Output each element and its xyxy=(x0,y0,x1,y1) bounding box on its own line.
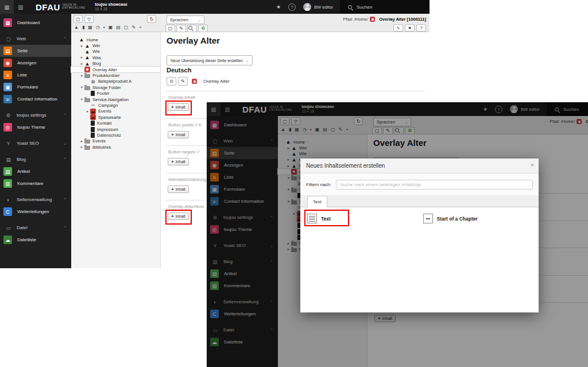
drag-new-folder-icon[interactable]: ▤ xyxy=(116,25,121,30)
search-icon[interactable] xyxy=(187,25,197,32)
drag-new-external-icon[interactable]: ▢ xyxy=(124,25,129,30)
tree-node[interactable]: ▸ ▲ Blog xyxy=(71,61,160,67)
close-icon[interactable]: × xyxy=(531,162,534,168)
add-content-button[interactable]: + Inhalt xyxy=(168,186,189,193)
add-content-button[interactable]: + Inhalt xyxy=(168,103,189,111)
tree-node[interactable]: Impressum xyxy=(71,126,160,132)
drag-more-icon[interactable]: + xyxy=(139,25,142,30)
bookmark-star-icon[interactable]: ★ xyxy=(276,4,281,10)
sidebar-item[interactable]: ▤ Seite xyxy=(0,45,71,57)
content-element-option[interactable]: Text xyxy=(307,211,423,226)
tree-node[interactable]: Kontakt xyxy=(71,120,160,126)
sidebar-item[interactable]: ☁ Dateiliste xyxy=(0,234,71,246)
tree-node[interactable]: ▸ Bibliothek xyxy=(71,144,160,150)
page-action-buttons: ▢✎♻ xyxy=(165,25,208,32)
drag-new-shortcut-icon[interactable]: ✎ xyxy=(131,25,136,30)
drag-new-page-alt-icon[interactable]: ▮ xyxy=(82,25,84,30)
sidebar-item[interactable]: ▭ Datei ⌃ xyxy=(0,222,71,234)
tree-node[interactable]: ▾ Storage Folder xyxy=(71,84,160,90)
sidebar-item[interactable]: ≡ Liste xyxy=(0,69,71,81)
modulemenu-toggle-icon[interactable]: ▦ xyxy=(0,0,14,14)
tree-node[interactable]: Datenschutz xyxy=(71,132,160,138)
sidebar-item[interactable]: ▥ Kommentare xyxy=(0,177,71,190)
tree-node[interactable]: ▸ Events xyxy=(71,109,160,114)
sidebar-item[interactable]: ▣ Formulare xyxy=(0,81,71,93)
sidebar-item[interactable]: ☏ Contact Information xyxy=(0,93,71,105)
tree-node[interactable]: ⊕ Beispielprodukt A xyxy=(71,79,160,84)
screenshot-canvas: ▦ ▥ DFAU IDEEN IN ENTWICKLUNG toujou sho… xyxy=(0,0,588,367)
expand-toggle-icon[interactable]: ▾ xyxy=(79,97,84,102)
new-page-icon[interactable]: ▢ xyxy=(74,15,83,23)
expand-toggle-icon[interactable]: ▾ xyxy=(79,74,84,78)
filter-icon[interactable]: ▽ xyxy=(84,15,94,23)
bookmark-icon[interactable]: ★ xyxy=(405,24,415,32)
tree-node[interactable]: ∞ Campaign xyxy=(71,102,160,108)
sidebar-item[interactable]: ◎ toujou Theme xyxy=(0,121,71,133)
tree-node[interactable]: Speisekarte xyxy=(71,114,160,120)
new-translation-button[interactable]: Neue Übersetzung dieser Seite erstellen … xyxy=(167,55,253,65)
content-element-option[interactable]: Start of a Chapter xyxy=(423,211,539,226)
sidebar-item[interactable]: ▤ Artikel xyxy=(0,165,71,177)
language-select[interactable]: Sprachen ⌄ xyxy=(167,16,204,24)
page-type-icon: ▲ xyxy=(84,49,90,55)
global-search[interactable]: Suchen xyxy=(340,0,430,14)
tree-node[interactable]: Overlay Alter xyxy=(71,67,160,72)
add-content-button[interactable]: + Inhalt xyxy=(168,158,189,165)
tree-node[interactable]: Footer xyxy=(71,91,160,96)
username[interactable]: BW editor xyxy=(314,5,333,10)
drag-new-media-icon[interactable]: ▣ xyxy=(109,25,113,30)
expand-toggle-icon[interactable]: ▸ xyxy=(79,145,84,149)
view-webpage-icon[interactable]: ϟ xyxy=(393,24,403,32)
tree-node[interactable]: ▾ Service-Navigation xyxy=(71,96,160,102)
drag-new-spacer-icon[interactable]: ▪ xyxy=(103,25,105,30)
tree-node[interactable]: ▲ Home xyxy=(71,37,160,43)
expand-toggle-icon[interactable]: ▸ xyxy=(79,44,84,48)
sidebar-item-label: Blog xyxy=(17,157,26,162)
expand-toggle-icon[interactable]: ▸ xyxy=(79,61,84,66)
list-icon: ≡ xyxy=(3,71,12,79)
sidebar-item[interactable]: ▢ Web ⌃ xyxy=(0,33,71,45)
plus-icon: + xyxy=(171,159,174,164)
brand-name: DFAU xyxy=(36,2,60,12)
tree-node[interactable]: ▸ ▲ Wer xyxy=(71,43,160,48)
new-record-icon[interactable]: ▢ xyxy=(165,25,175,32)
drag-new-page-icon[interactable]: ▲ xyxy=(74,25,79,30)
expand-toggle-icon[interactable]: ▾ xyxy=(79,85,84,90)
expand-toggle-icon[interactable]: ▸ xyxy=(85,109,90,114)
edit-page-icon[interactable]: ✎ xyxy=(178,77,188,86)
sidebar-item[interactable]: ▤ Blog ⌃ xyxy=(0,153,71,165)
drag-new-grid-icon[interactable]: ▦ xyxy=(88,25,92,30)
site-name: toujou showcase xyxy=(95,2,127,7)
edit-page-icon[interactable]: ✎ xyxy=(176,25,186,32)
sidebar-item[interactable]: C Weiterleitungen xyxy=(0,206,71,218)
avatar[interactable] xyxy=(303,3,311,11)
expand-toggle-icon[interactable]: ▸ xyxy=(79,55,84,60)
tree-node[interactable]: ▲ Wie xyxy=(71,49,160,55)
refresh-icon[interactable]: ↻ xyxy=(147,15,156,23)
expand-toggle-icon[interactable]: ▸ xyxy=(79,139,84,144)
navigation-toggle-icon[interactable]: ▥ xyxy=(14,0,28,14)
sidebar-item[interactable]: ◉ Anzeigen xyxy=(0,57,71,69)
clear-cache-icon[interactable]: ♻ xyxy=(198,25,208,32)
path-page: Overlay Alter [1000111] xyxy=(379,17,426,22)
tab-text[interactable]: Text xyxy=(307,196,327,207)
sidebar-item[interactable]: ▦ Dashboard xyxy=(0,17,71,29)
filter-input[interactable] xyxy=(336,180,533,190)
tree-node[interactable]: ▸ ▲ Was xyxy=(71,55,160,60)
help-icon[interactable]: ? xyxy=(416,24,426,32)
sidebar-item[interactable]: Y Yoast SEO ⌄ xyxy=(0,137,71,149)
section-label: Button negativ // xyxy=(168,149,199,154)
tree-node[interactable]: ▸ Events xyxy=(71,138,160,144)
sidebar-item[interactable]: ⚙ toujou settings ⌃ xyxy=(0,109,71,121)
add-content-button[interactable]: + Inhalt xyxy=(168,131,189,138)
help-icon[interactable]: ? xyxy=(288,3,296,11)
article-icon: ▤ xyxy=(3,167,12,176)
tree-node[interactable]: ▾ Produktordner xyxy=(71,72,160,78)
view-page-icon[interactable]: ⊙ xyxy=(167,77,176,86)
web-icon: ▢ xyxy=(5,36,11,42)
sidebar-item[interactable]: ◐ Seitenverwaltung ⌃ xyxy=(0,194,71,206)
drag-new-timed-icon[interactable]: ◷ xyxy=(96,25,100,30)
add-content-button[interactable]: + Inhalt xyxy=(168,213,189,220)
section-label: Button positiv // E xyxy=(168,122,202,128)
tree-node-label: Speisekarte xyxy=(98,115,121,120)
